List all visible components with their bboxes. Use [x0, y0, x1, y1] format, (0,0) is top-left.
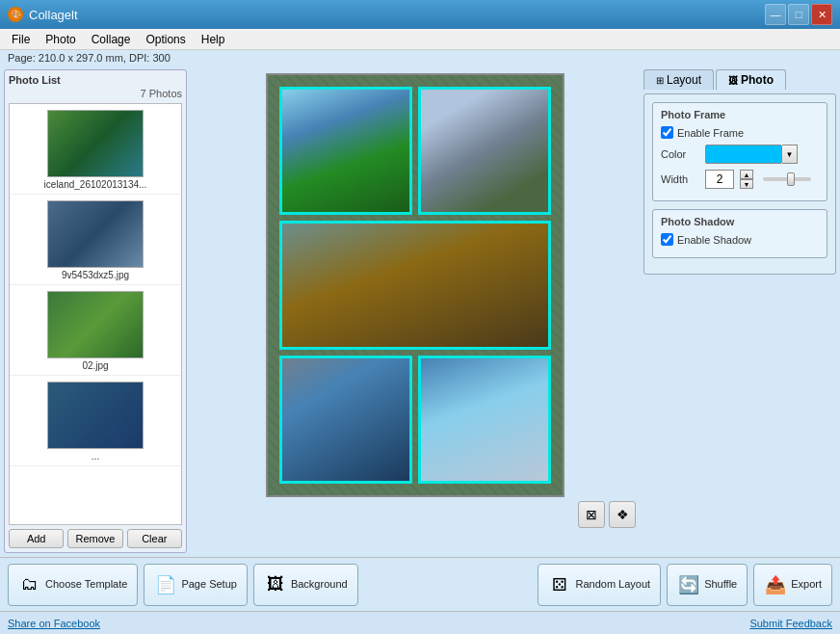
color-row: Color ▼: [661, 145, 819, 164]
tab-layout[interactable]: ⊞ Layout: [643, 69, 714, 90]
color-dropdown-arrow[interactable]: ▼: [782, 145, 798, 164]
collage-grid: [279, 87, 551, 484]
crop-button[interactable]: ⊠: [578, 501, 605, 528]
collage-cell[interactable]: [279, 221, 551, 349]
choose-template-icon: 🗂: [18, 573, 41, 596]
choose-template-button[interactable]: 🗂 Choose Template: [8, 564, 138, 606]
background-icon: 🖼: [264, 573, 287, 596]
clear-button[interactable]: Clear: [127, 529, 182, 548]
width-label: Width: [661, 173, 699, 185]
tab-photo[interactable]: 🖼 Photo: [716, 69, 786, 90]
photo-name: 02.jpg: [82, 360, 108, 371]
list-item[interactable]: iceland_26102013134...: [10, 104, 181, 195]
collage-cell[interactable]: [418, 356, 551, 484]
spin-down-button[interactable]: ▼: [740, 179, 753, 189]
photo-frame-title: Photo Frame: [661, 109, 819, 120]
background-label: Background: [291, 578, 348, 591]
photo-shadow-title: Photo Shadow: [661, 216, 819, 227]
collage-cell[interactable]: [418, 87, 551, 215]
color-dropdown[interactable]: ▼: [705, 145, 798, 164]
width-slider-track[interactable]: [763, 177, 811, 181]
photo-name: iceland_26102013134...: [44, 179, 147, 190]
layout-tab-icon: ⊞: [656, 75, 664, 86]
page-setup-icon: 📄: [154, 573, 177, 596]
collage-canvas: [266, 73, 564, 497]
crop-icon: ⊠: [586, 507, 597, 522]
content-area: Photo List 7 Photos iceland_26102013134.…: [0, 66, 840, 557]
menu-collage[interactable]: Collage: [84, 31, 139, 48]
bottom-toolbar: 🗂 Choose Template 📄 Page Setup 🖼 Backgro…: [0, 557, 840, 611]
width-input[interactable]: [705, 170, 734, 189]
shuffle-button[interactable]: 🔄 Shuffle: [667, 564, 748, 606]
choose-template-label: Choose Template: [45, 578, 127, 591]
enable-shadow-row: Enable Shadow: [661, 233, 819, 246]
width-spinner: ▲ ▼: [740, 170, 753, 189]
menu-photo[interactable]: Photo: [38, 31, 83, 48]
app-title: Collagelt: [29, 8, 765, 22]
titlebar-controls: — □ ✕: [765, 4, 832, 25]
photo-count: 7 Photos: [9, 88, 182, 99]
tab-layout-label: Layout: [667, 73, 701, 87]
export-label: Export: [791, 578, 822, 591]
enable-shadow-checkbox[interactable]: [661, 233, 673, 246]
list-item[interactable]: 9v5453dxz5.jpg: [10, 195, 181, 285]
photo-shadow-section: Photo Shadow Enable Shadow: [652, 209, 827, 258]
photo-frame-section: Photo Frame Enable Frame Color ▼: [652, 102, 827, 201]
random-layout-icon: ⚄: [548, 573, 571, 596]
share-facebook-link[interactable]: Share on Facebook: [8, 618, 100, 629]
enable-frame-checkbox[interactable]: [661, 126, 673, 139]
collage-cell[interactable]: [279, 87, 412, 215]
page-info-text: Page: 210.0 x 297.0 mm, DPI: 300: [8, 52, 171, 64]
arrange-button[interactable]: ❖: [609, 501, 636, 528]
status-bar: Share on Facebook Submit Feedback: [0, 611, 840, 634]
remove-button[interactable]: Remove: [67, 529, 122, 548]
titlebar: 🎨 Collagelt — □ ✕: [0, 0, 840, 29]
menu-options[interactable]: Options: [138, 31, 193, 48]
close-button[interactable]: ✕: [811, 4, 832, 25]
photo-settings-panel: Photo Frame Enable Frame Color ▼: [643, 93, 836, 275]
random-layout-button[interactable]: ⚄ Random Layout: [538, 564, 661, 606]
enable-frame-row: Enable Frame: [661, 126, 819, 139]
maximize-button[interactable]: □: [788, 4, 809, 25]
export-button[interactable]: 📤 Export: [753, 564, 832, 606]
enable-shadow-label[interactable]: Enable Shadow: [661, 233, 751, 246]
shuffle-icon: 🔄: [677, 573, 700, 596]
photo-list-panel: Photo List 7 Photos iceland_26102013134.…: [4, 69, 187, 553]
menubar: File Photo Collage Options Help: [0, 29, 840, 50]
page-info-bar: Page: 210.0 x 297.0 mm, DPI: 300: [0, 50, 840, 66]
page-setup-button[interactable]: 📄 Page Setup: [144, 564, 248, 606]
color-picker-button[interactable]: [705, 145, 782, 164]
app-icon: 🎨: [8, 7, 23, 22]
main-container: Page: 210.0 x 297.0 mm, DPI: 300 Photo L…: [0, 50, 840, 634]
shuffle-label: Shuffle: [704, 578, 737, 591]
collage-cell[interactable]: [279, 356, 412, 484]
photo-thumbnail: [47, 200, 144, 268]
photo-tab-icon: 🖼: [728, 75, 738, 86]
add-button[interactable]: Add: [9, 529, 64, 548]
minimize-button[interactable]: —: [765, 4, 786, 25]
canvas-area: ⊠ ❖: [191, 69, 640, 553]
photo-scroll-area[interactable]: iceland_26102013134... 9v5453dxz5.jpg 02…: [9, 103, 182, 525]
arrange-icon: ❖: [617, 507, 629, 522]
export-icon: 📤: [764, 573, 787, 596]
right-panel: ⊞ Layout 🖼 Photo Photo Frame Enable Fram…: [643, 69, 836, 553]
page-setup-label: Page Setup: [181, 578, 237, 591]
menu-file[interactable]: File: [4, 31, 38, 48]
width-slider-thumb[interactable]: [787, 172, 795, 186]
tab-bar: ⊞ Layout 🖼 Photo: [643, 69, 836, 90]
photo-thumbnail: [47, 291, 144, 358]
menu-help[interactable]: Help: [194, 31, 233, 48]
spin-up-button[interactable]: ▲: [740, 170, 753, 179]
enable-frame-label[interactable]: Enable Frame: [661, 126, 744, 139]
photo-name: 9v5453dxz5.jpg: [62, 270, 129, 280]
photo-thumbnail: [47, 382, 144, 449]
background-button[interactable]: 🖼 Background: [253, 564, 358, 606]
canvas-controls: ⊠ ❖: [578, 501, 636, 528]
list-item[interactable]: ...: [10, 376, 181, 466]
photo-thumbnail: [47, 110, 144, 177]
width-row: Width ▲ ▼: [661, 170, 819, 189]
photo-name: ...: [92, 451, 99, 462]
list-item[interactable]: 02.jpg: [10, 285, 181, 376]
submit-feedback-link[interactable]: Submit Feedback: [749, 618, 832, 629]
photo-actions: Add Remove Clear: [9, 525, 182, 548]
